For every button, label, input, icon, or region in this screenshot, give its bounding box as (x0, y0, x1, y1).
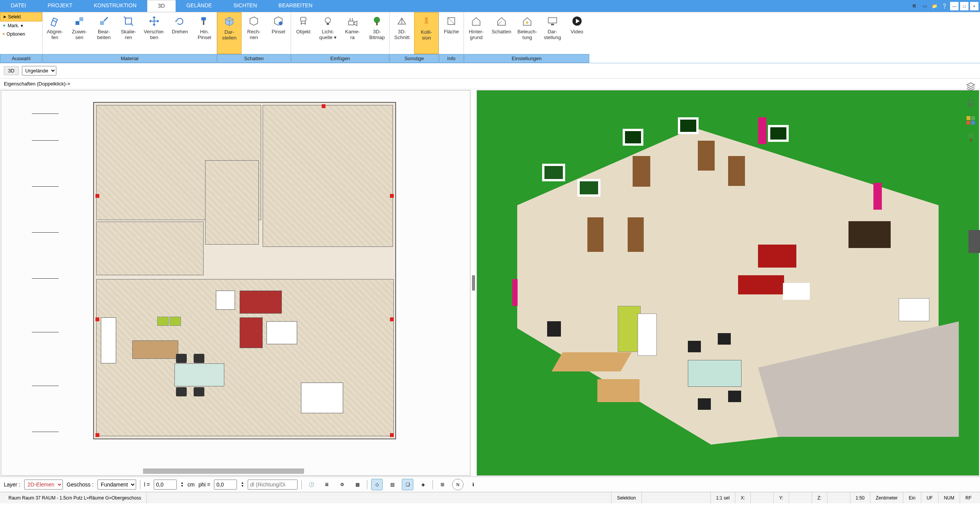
ribbon-item-kollision[interactable]: Kolli-sion (414, 12, 439, 54)
tab-projekt[interactable]: PROJEKT (37, 0, 83, 12)
tool-icon[interactable]: 🛠 (910, 2, 919, 10)
terrain-select[interactable]: Urgelände (22, 66, 56, 76)
mark-button[interactable]: ✦ Mark. ▾ (0, 21, 42, 30)
geschoss-label: Geschoss : (67, 481, 94, 488)
dining-chair (688, 341, 701, 352)
ribbon-item-zuweisen[interactable]: Zuwei-sen (67, 12, 92, 54)
svg-point-6 (279, 21, 283, 25)
side-panel-pull[interactable] (968, 230, 980, 253)
tab-gelaende[interactable]: GELÄNDE (176, 0, 223, 12)
maximize-button[interactable]: □ (960, 2, 968, 10)
chair-tool-icon[interactable] (965, 97, 977, 110)
ribbon-item-label: Dar-stellung (544, 29, 561, 41)
ribbon-item-video[interactable]: Video (565, 12, 589, 54)
ribbon-item-label: 3D-Schnitt (394, 29, 409, 41)
ribbon-item-dschnitt[interactable]: 3D-Schnitt (390, 12, 414, 54)
optionen-button[interactable]: + Optionen (0, 30, 42, 38)
viewport-2d[interactable] (1, 90, 470, 476)
status-bar: Raum Raum 37 RAUM - 1.5cm Putz L=Räume G… (0, 492, 980, 503)
spinner-icon[interactable]: ▲▼ (241, 481, 244, 488)
svg-rect-16 (548, 18, 557, 23)
ribbon-item-objekt[interactable]: Objekt (291, 12, 316, 54)
monitor-icon (546, 15, 559, 28)
snap-hatch-icon[interactable]: ▨ (386, 479, 398, 490)
menubar-spacer (323, 0, 910, 12)
bulb-icon (321, 15, 334, 28)
window (577, 179, 600, 197)
ribbon-item-rechnen[interactable]: Rech-nen (242, 12, 266, 54)
frame-icon[interactable]: ▭ (920, 2, 929, 10)
ribbon-item-darstellung[interactable]: Dar-stellung (540, 12, 565, 54)
ribbon-item-abgreifen[interactable]: Abgrei-fen (43, 12, 67, 54)
status-uf: UF (921, 492, 938, 503)
monitor-icon[interactable]: 🖥 (321, 479, 332, 490)
ribbon: ➤ Selekt ✦ Mark. ▾ + Optionen Auswahl Ab… (0, 12, 980, 63)
ribbon-item-dbitmap[interactable]: 3D-Bitmap (365, 12, 389, 54)
dining-chair (718, 333, 731, 345)
ribbon-item-label: Dar-stellen (222, 30, 237, 41)
ribbon-group-sonstige: 3D-SchnittKolli-sionSonstige (389, 12, 439, 63)
ribbon-item-pinsel[interactable]: Pinsel (266, 12, 291, 54)
gears-icon[interactable]: ⚙ (336, 479, 348, 490)
snap-plane-icon[interactable]: ◇ (371, 479, 383, 490)
svg-point-11 (374, 17, 380, 23)
ribbon-item-darstellen[interactable]: Dar-stellen (217, 12, 242, 54)
brush-icon (198, 15, 211, 28)
ribbon-auswahl: ➤ Selekt ✦ Mark. ▾ + Optionen Auswahl (0, 12, 42, 63)
viewport-3d[interactable] (477, 90, 979, 476)
svg-rect-7 (301, 17, 306, 21)
tab-3d[interactable]: 3D (147, 0, 176, 12)
select-button[interactable]: ➤ Selekt (0, 12, 42, 21)
tab-bearbeiten[interactable]: BEARBEITEN (268, 0, 323, 12)
snap-diamond-icon[interactable]: ◈ (417, 479, 429, 490)
ribbon-item-skalieren[interactable]: Skalie-ren (116, 12, 141, 54)
ribbon-item-beleuchtung[interactable]: Beleuch-tung (515, 12, 540, 54)
length-input[interactable] (154, 480, 177, 490)
ribbon-item-hinpinsel[interactable]: Hin.Pinsel (192, 12, 217, 54)
ribbon-item-bearbeiten[interactable]: Bear-beiten (92, 12, 116, 54)
pane-divider[interactable] (471, 89, 476, 476)
ribbon-item-verschieben[interactable]: Verschie-ben (141, 12, 168, 54)
titlebar-right: 🛠 ▭ 📁 ❔ — □ × (910, 0, 980, 12)
status-selektion: Selektion (611, 492, 641, 503)
tree-icon (370, 15, 383, 28)
floorplan[interactable] (93, 102, 396, 439)
minimize-button[interactable]: — (950, 2, 959, 10)
tab-datei[interactable]: DATEI (0, 0, 37, 12)
north-icon[interactable]: N (452, 479, 464, 490)
layers-icon[interactable] (965, 81, 977, 93)
dl-input[interactable] (248, 480, 298, 490)
tree-tool-icon[interactable] (965, 131, 977, 143)
info-icon[interactable]: ℹ (467, 479, 479, 490)
horizontal-scrollbar[interactable] (143, 468, 304, 474)
ribbon-item-hintergrund[interactable]: Hinter-grund (464, 12, 488, 54)
material-palette-icon[interactable] (965, 114, 977, 127)
spinner-icon[interactable]: ▲▼ (181, 481, 184, 488)
tab-konstruktion[interactable]: KONSTRUKTION (83, 0, 147, 12)
ribbon-group-label: Einstellungen (464, 54, 589, 63)
folder-icon[interactable]: 📁 (930, 2, 939, 10)
close-button[interactable]: × (970, 2, 978, 10)
ribbon-item-lichtquelle[interactable]: Licht-quelle ▾ (316, 12, 340, 54)
cabinet (618, 306, 641, 352)
ribbon-item-label: Zuwei-sen (72, 29, 87, 41)
snap-layers-icon[interactable]: ❏ (402, 479, 413, 490)
clock-icon[interactable]: 🕒 (306, 479, 317, 490)
properties-hint[interactable]: Eigenschaften (Doppelklick)-> (0, 79, 980, 89)
help-icon[interactable]: ❔ (940, 2, 949, 10)
ribbon-item-label: Kolli-sion (421, 30, 432, 41)
ribbon-item-label: Hinter-grund (469, 29, 484, 41)
ribbon-item-flche[interactable]: Fläche (439, 12, 464, 54)
select-label: Selekt (8, 14, 21, 20)
layers-toggle-icon[interactable]: ▦ (352, 479, 363, 490)
ribbon-item-schatten[interactable]: Schatten (488, 12, 514, 54)
tab-sichten[interactable]: SICHTEN (223, 0, 268, 12)
status-ein: Ein (903, 492, 921, 503)
ribbon-item-kamera[interactable]: Kame-ra (340, 12, 365, 54)
geschoss-select[interactable]: Fundament (97, 480, 136, 490)
layer-select[interactable]: 2D-Elemen (24, 480, 63, 490)
phi-input[interactable] (214, 480, 237, 490)
grid-icon[interactable]: ⊞ (437, 479, 448, 490)
dining-table (688, 360, 742, 387)
ribbon-item-drehen[interactable]: Drehen (168, 12, 192, 54)
